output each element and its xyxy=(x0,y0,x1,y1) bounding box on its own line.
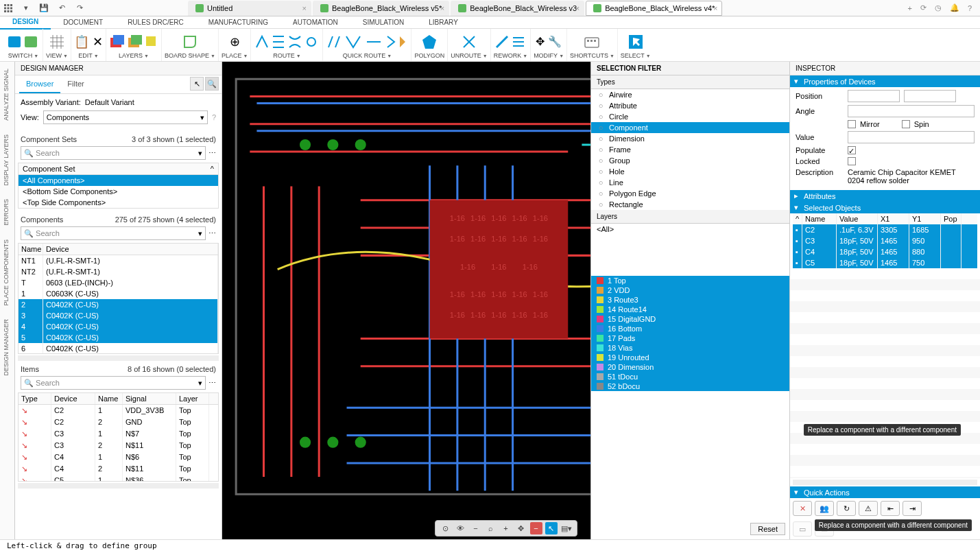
tab-browser[interactable]: Browser xyxy=(19,75,60,93)
component-row[interactable]: NT1(U.FL-R-SMT-1) xyxy=(19,255,218,266)
close-icon[interactable]: × xyxy=(713,4,717,12)
layer-route14[interactable]: 14 Route14 xyxy=(591,305,789,314)
ribbon-view[interactable]: VIEW▼ xyxy=(43,29,71,61)
qa-replace-icon[interactable]: 👥 xyxy=(815,501,834,516)
ribbon-route[interactable]: ROUTE▼ xyxy=(251,29,323,61)
item-row[interactable]: ↘C22GNDTop xyxy=(19,416,218,428)
compset-item[interactable]: <Top Side Components> xyxy=(19,197,218,208)
component-row[interactable]: 5C0402K (C-US) xyxy=(19,332,218,343)
compsets-more-icon[interactable]: ⋯ xyxy=(208,149,216,158)
pan-icon[interactable]: ✥ xyxy=(515,522,527,534)
side-tab-place-components[interactable]: PLACE COMPONENTS xyxy=(0,233,14,313)
redo-icon[interactable]: ↷ xyxy=(74,3,85,14)
menu-simulation[interactable]: SIMULATION xyxy=(350,16,416,29)
undo-icon[interactable]: ↶ xyxy=(56,3,67,14)
new-file-icon[interactable]: ▾ xyxy=(21,3,32,14)
view-help-icon[interactable]: ? xyxy=(212,113,216,121)
locked-checkbox[interactable] xyxy=(848,157,856,165)
layers-all[interactable]: <All> xyxy=(591,224,789,235)
filter-type-hole[interactable]: ○Hole xyxy=(591,166,789,177)
reset-button[interactable]: Reset xyxy=(750,523,785,535)
compset-item[interactable]: <Bottom Side Components> xyxy=(19,186,218,197)
side-tab-display-layers[interactable]: DISPLAY LAYERS xyxy=(0,128,14,193)
clock-icon[interactable]: ◷ xyxy=(935,3,942,12)
component-row[interactable]: 3C0402K (C-US) xyxy=(19,310,218,321)
file-tab[interactable]: BeagleBone_Black_Wireless v3× xyxy=(451,1,584,16)
layer-vias[interactable]: 18 Vias xyxy=(591,343,789,353)
ribbon-modify[interactable]: ✥ 🔧MODIFY▼ xyxy=(531,29,567,61)
component-row[interactable]: 1C0603K (C-US) xyxy=(19,288,218,299)
component-row[interactable]: 6C0402K (C-US) xyxy=(19,343,218,354)
filter-type-attribute[interactable]: ○Attribute xyxy=(591,100,789,111)
mirror-checkbox[interactable] xyxy=(848,120,856,128)
layer-top[interactable]: 1 Top xyxy=(591,276,789,285)
cursor-icon[interactable]: ↖ xyxy=(545,522,558,534)
filter-type-line[interactable]: ○Line xyxy=(591,177,789,188)
ribbon-quick-route[interactable]: QUICK ROUTE▼ xyxy=(323,29,411,61)
items-more-icon[interactable]: ⋯ xyxy=(208,379,216,388)
zoom-fit-icon[interactable]: ⊙ xyxy=(440,522,452,534)
ribbon-switch[interactable]: SWITCH▼ xyxy=(4,29,43,61)
components-search-input[interactable]: 🔍 Search▾ xyxy=(21,226,206,240)
ribbon-unroute[interactable]: UNROUTE▼ xyxy=(448,29,490,61)
stop-icon[interactable]: − xyxy=(530,522,542,534)
zoom-in-icon[interactable]: + xyxy=(500,522,512,534)
selected-object-row[interactable]: ▪C418pF, 50V1465880 xyxy=(793,246,977,257)
qa-align-right-icon[interactable]: ⇥ xyxy=(903,501,922,516)
view-mode-icon[interactable]: ▤▾ xyxy=(560,522,573,534)
menu-document[interactable]: DOCUMENT xyxy=(51,16,115,29)
component-row[interactable]: 4C0402K (C-US) xyxy=(19,321,218,332)
item-row[interactable]: ↘C42N$11Top xyxy=(19,463,218,475)
layer-unrouted[interactable]: 19 Unrouted xyxy=(591,353,789,362)
ribbon-rework[interactable]: REWORK▼ xyxy=(491,29,531,61)
attributes-section-header[interactable]: ▸Attributes xyxy=(790,190,980,202)
ribbon-shortcuts[interactable]: SHORTCUTS▼ xyxy=(567,29,618,61)
selected-objects-section-header[interactable]: ▾Selected Objects xyxy=(790,202,980,213)
ribbon-place[interactable]: ⊕PLACE▼ xyxy=(219,29,251,61)
spin-checkbox[interactable] xyxy=(902,120,910,128)
side-tab-design-manager[interactable]: DESIGN MANAGER xyxy=(0,312,14,383)
compsets-search-input[interactable]: 🔍 Search▾ xyxy=(21,146,206,160)
layer-bottom[interactable]: 16 Bottom xyxy=(591,324,789,333)
menu-rules-drc-erc[interactable]: RULES DRC/ERC xyxy=(115,16,196,29)
qa-extra1-icon[interactable]: ▭ xyxy=(793,521,812,537)
pcb-canvas[interactable]: press / to activate command line mode xyxy=(222,62,789,539)
ribbon-polygon[interactable]: POLYGON xyxy=(411,29,448,61)
filter-type-component[interactable]: ○Component xyxy=(591,122,789,133)
qa-delete-icon[interactable]: ✕ xyxy=(793,501,812,516)
filter-type-frame[interactable]: ○Frame xyxy=(591,144,789,155)
position-x-input[interactable] xyxy=(848,90,900,102)
upload-icon[interactable]: ⟳ xyxy=(920,3,927,12)
bell-icon[interactable]: 🔔 xyxy=(950,3,959,12)
filter-type-rectangle[interactable]: ○Rectangle xyxy=(591,199,789,210)
zoom-out-icon[interactable]: − xyxy=(470,522,482,534)
filter-type-airwire[interactable]: ○Airwire xyxy=(591,89,789,100)
dm-pointer-icon[interactable]: ↖ xyxy=(190,77,204,91)
filter-type-dimension[interactable]: ○Dimension xyxy=(591,133,789,144)
selected-object-row[interactable]: ▪C2.1uF, 6.3V33051685 xyxy=(793,224,977,235)
file-tab[interactable]: BeagleBone_Black_Wireless v4*× xyxy=(586,1,722,16)
filter-type-polygon-edge[interactable]: ○Polygon Edge xyxy=(591,188,789,199)
side-tab-analyze-signal[interactable]: ANALYZE SIGNAL xyxy=(0,62,14,128)
zoom-reset-icon[interactable]: ⌕ xyxy=(485,522,497,534)
item-row[interactable]: ↘C21VDD_3V3BTop xyxy=(19,405,218,416)
eye-icon[interactable]: 👁 xyxy=(455,522,467,534)
ribbon-board-shape[interactable]: BOARD SHAPE▼ xyxy=(162,29,219,61)
side-tab-errors[interactable]: ERRORS xyxy=(0,192,14,233)
item-row[interactable]: ↘C31N$7Top xyxy=(19,428,218,440)
item-row[interactable]: ↘C51N$36Top xyxy=(19,475,218,482)
qa-warning-icon[interactable]: ⚠ xyxy=(859,501,878,516)
selected-object-row[interactable]: ▪C318pF, 50V1465950 xyxy=(793,235,977,246)
filter-type-circle[interactable]: ○Circle xyxy=(591,111,789,122)
dm-search-icon[interactable]: 🔍 xyxy=(205,77,219,91)
close-icon[interactable]: × xyxy=(302,4,307,12)
layer-route3[interactable]: 3 Route3 xyxy=(591,295,789,305)
quick-actions-header[interactable]: ▾Quick Actions xyxy=(790,486,980,498)
ribbon-select[interactable]: SELECT▼ xyxy=(618,29,654,61)
component-row[interactable]: T0603 (LED-(INCH)-) xyxy=(19,277,218,288)
layer-tdocu[interactable]: 51 tDocu xyxy=(591,372,789,381)
filter-type-group[interactable]: ○Group xyxy=(591,155,789,166)
layer-pads[interactable]: 17 Pads xyxy=(591,333,789,343)
value-input[interactable] xyxy=(848,131,975,143)
layer-vdd[interactable]: 2 VDD xyxy=(591,285,789,295)
